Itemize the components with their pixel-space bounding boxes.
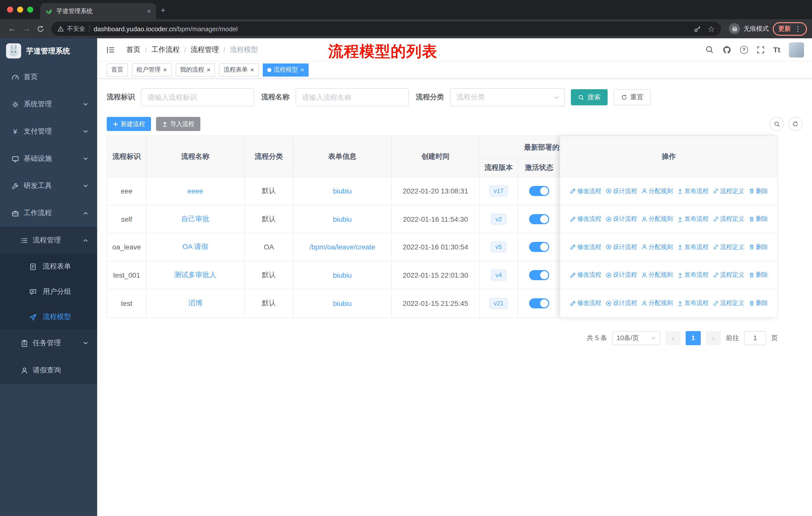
sidebar-item-process-model[interactable]: 流程模型 xyxy=(0,304,97,330)
form-info-link[interactable]: biubiu xyxy=(333,299,352,307)
tag-process-form[interactable]: 流程表单× xyxy=(219,63,259,76)
window-close-button[interactable] xyxy=(7,6,13,12)
process-ident-input[interactable] xyxy=(141,88,254,106)
breadcrumb-item[interactable]: 流程管理 xyxy=(191,45,219,54)
sidebar-item-dev-tools[interactable]: 研发工具 xyxy=(0,172,97,199)
assign-rule-action[interactable]: 分配规则 xyxy=(641,299,673,308)
help-icon[interactable]: ? xyxy=(740,46,748,54)
import-process-button[interactable]: 导入流程 xyxy=(156,117,200,131)
tag-close-icon[interactable]: × xyxy=(163,66,167,74)
next-page-button[interactable]: › xyxy=(706,331,721,345)
fullscreen-icon[interactable] xyxy=(757,46,765,54)
tag-close-icon[interactable]: × xyxy=(250,66,254,74)
sidebar-item-workflow[interactable]: 工作流程 xyxy=(0,199,97,227)
new-tab-button[interactable]: + xyxy=(156,2,170,19)
sidebar-item-process-form[interactable]: 流程表单 xyxy=(0,254,97,279)
refresh-table-button[interactable] xyxy=(788,117,803,131)
design-process-action[interactable]: 设计流程 xyxy=(605,299,637,308)
assign-rule-action[interactable]: 分配规则 xyxy=(641,243,673,251)
form-info-link[interactable]: /bpm/oa/leave/create xyxy=(309,243,375,251)
process-definition-action[interactable]: 流程定义 xyxy=(713,187,744,195)
process-definition-action[interactable]: 流程定义 xyxy=(713,243,744,251)
breadcrumb-item[interactable]: 首页 xyxy=(126,45,141,54)
forward-icon[interactable]: → xyxy=(19,22,33,36)
modify-process-action[interactable]: 修改流程 xyxy=(570,215,601,223)
sidebar-item-payment[interactable]: ¥ 支付管理 xyxy=(0,118,97,145)
create-process-button[interactable]: 新建流程 xyxy=(107,117,151,131)
publish-process-action[interactable]: 发布流程 xyxy=(677,215,708,223)
key-icon[interactable] xyxy=(692,23,703,34)
process-name-link[interactable]: 自己审批 xyxy=(181,215,209,224)
sidebar-item-system[interactable]: 系统管理 xyxy=(0,91,97,118)
search-button[interactable]: 搜索 xyxy=(571,89,608,105)
active-toggle[interactable] xyxy=(529,214,549,224)
reload-icon[interactable] xyxy=(33,22,47,36)
modify-process-action[interactable]: 修改流程 xyxy=(570,299,601,308)
font-size-icon[interactable]: Tt xyxy=(773,45,780,54)
tag-my-process[interactable]: 我的流程× xyxy=(175,63,215,76)
window-zoom-button[interactable] xyxy=(27,6,33,12)
modify-process-action[interactable]: 修改流程 xyxy=(570,187,601,195)
user-avatar[interactable] xyxy=(789,42,804,57)
goto-page-input[interactable] xyxy=(744,331,766,345)
tag-close-icon[interactable]: × xyxy=(300,66,304,74)
browser-tab[interactable]: 芋道管理系统 × xyxy=(40,3,156,19)
tag-tenant[interactable]: 租户管理× xyxy=(132,63,171,76)
sidebar-item-leave-query[interactable]: 请假查询 xyxy=(0,357,97,384)
prev-page-button[interactable]: ‹ xyxy=(666,331,680,345)
delete-action[interactable]: 删除 xyxy=(748,243,768,251)
design-process-action[interactable]: 设计流程 xyxy=(605,215,637,223)
process-name-link[interactable]: OA 请假 xyxy=(182,243,208,252)
process-name-link[interactable]: 滔博 xyxy=(188,299,202,308)
bookmark-star-icon[interactable]: ☆ xyxy=(706,23,717,34)
toggle-search-button[interactable] xyxy=(770,117,784,131)
window-minimize-button[interactable] xyxy=(17,6,23,12)
active-toggle[interactable] xyxy=(529,242,549,252)
sidebar-item-home[interactable]: 首页 xyxy=(0,63,97,91)
search-icon[interactable] xyxy=(705,45,714,54)
github-icon[interactable] xyxy=(722,45,731,54)
sidebar-item-infrastructure[interactable]: 基础设施 xyxy=(0,145,97,172)
back-icon[interactable]: ← xyxy=(5,22,19,36)
security-chip[interactable]: 不安全 xyxy=(57,24,85,33)
delete-action[interactable]: 删除 xyxy=(748,299,768,308)
process-name-input[interactable] xyxy=(295,88,409,106)
assign-rule-action[interactable]: 分配规则 xyxy=(641,271,673,279)
tag-home[interactable]: 首页 xyxy=(107,63,128,76)
sidebar-item-task-management[interactable]: 任务管理 xyxy=(0,330,97,357)
assign-rule-action[interactable]: 分配规则 xyxy=(641,187,673,195)
delete-action[interactable]: 删除 xyxy=(748,271,768,279)
assign-rule-action[interactable]: 分配规则 xyxy=(641,215,673,223)
process-definition-action[interactable]: 流程定义 xyxy=(713,215,744,223)
update-button[interactable]: 更新 ⋮ xyxy=(773,22,807,35)
form-info-link[interactable]: biubiu xyxy=(333,215,352,223)
process-definition-action[interactable]: 流程定义 xyxy=(713,271,744,279)
sidebar-fold-icon[interactable] xyxy=(106,45,116,55)
delete-action[interactable]: 删除 xyxy=(748,187,768,195)
delete-action[interactable]: 删除 xyxy=(748,215,768,223)
tag-process-model-active[interactable]: 流程模型× xyxy=(263,63,309,76)
modify-process-action[interactable]: 修改流程 xyxy=(570,271,601,279)
page-size-select[interactable]: 10条/页 xyxy=(612,331,661,345)
publish-process-action[interactable]: 发布流程 xyxy=(677,299,708,308)
tab-close-icon[interactable]: × xyxy=(147,7,151,15)
active-toggle[interactable] xyxy=(529,186,549,196)
form-info-link[interactable]: biubiu xyxy=(333,271,352,279)
form-info-link[interactable]: biubiu xyxy=(333,187,352,195)
publish-process-action[interactable]: 发布流程 xyxy=(677,243,708,251)
process-name-link[interactable]: 测试多审批人 xyxy=(174,271,216,280)
address-bar[interactable]: 不安全 dashboard.yudao.iocoder.cn/bpm/manag… xyxy=(51,22,721,36)
sidebar-item-process-management[interactable]: 流程管理 xyxy=(0,227,97,254)
tag-close-icon[interactable]: × xyxy=(207,66,210,74)
design-process-action[interactable]: 设计流程 xyxy=(605,187,637,195)
active-toggle[interactable] xyxy=(529,270,549,280)
process-name-link[interactable]: eeee xyxy=(187,187,203,195)
process-category-select[interactable]: 流程分类 xyxy=(450,88,565,106)
design-process-action[interactable]: 设计流程 xyxy=(605,271,637,279)
reset-button[interactable]: 重置 xyxy=(614,89,651,105)
sidebar-item-user-group[interactable]: 用户分组 xyxy=(0,279,97,304)
publish-process-action[interactable]: 发布流程 xyxy=(677,271,708,279)
process-definition-action[interactable]: 流程定义 xyxy=(713,299,744,308)
breadcrumb-item[interactable]: 工作流程 xyxy=(151,45,180,54)
design-process-action[interactable]: 设计流程 xyxy=(605,243,637,251)
